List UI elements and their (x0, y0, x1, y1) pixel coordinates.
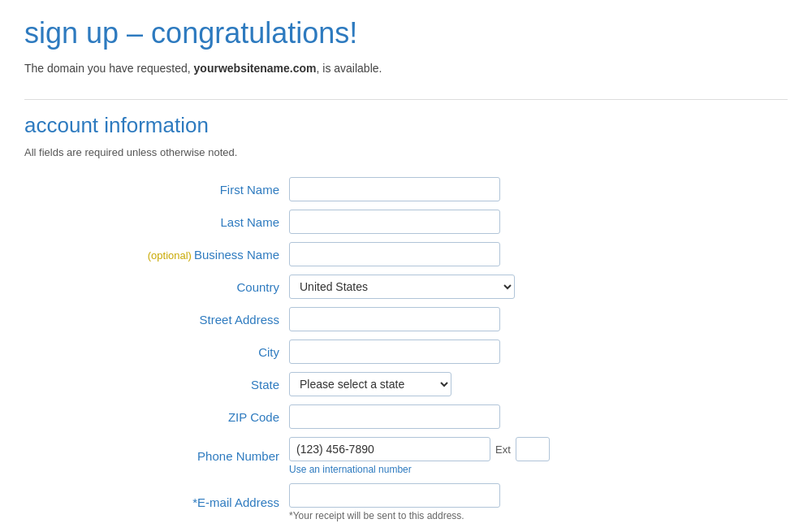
required-note: All fields are required unless otherwise… (24, 146, 788, 158)
last-name-input[interactable] (289, 210, 500, 234)
domain-message-suffix: , is available. (317, 62, 382, 75)
country-select[interactable]: United States Canada United Kingdom Aust… (289, 275, 515, 299)
ext-label: Ext (495, 443, 511, 456)
first-name-cell (284, 173, 788, 205)
state-row: State Please select a state Alabama Alas… (24, 368, 788, 400)
email-input[interactable] (289, 483, 500, 508)
domain-name: yourwebsitename.com (194, 62, 317, 75)
email-cell: *Your receipt will be sent to this addre… (284, 479, 788, 526)
street-address-row: Street Address (24, 303, 788, 335)
city-input[interactable] (289, 340, 500, 364)
zip-cell (284, 400, 788, 433)
city-row: City (24, 335, 788, 368)
street-address-label: Street Address (24, 303, 284, 335)
city-cell (284, 335, 788, 368)
ext-input[interactable] (516, 437, 550, 461)
business-name-input[interactable] (289, 242, 500, 266)
zip-label: ZIP Code (24, 400, 284, 433)
zip-row: ZIP Code (24, 400, 788, 433)
phone-label: Phone Number (24, 433, 284, 479)
receipt-note: *Your receipt will be sent to this addre… (289, 510, 783, 521)
state-select[interactable]: Please select a state Alabama Alaska Ari… (289, 372, 451, 396)
account-form: First Name Last Name (optional)Business … (24, 173, 788, 526)
phone-input-group: Ext (289, 437, 783, 461)
first-name-input[interactable] (289, 177, 500, 201)
page-title: sign up – congratulations! (24, 16, 788, 50)
section-title: account information (24, 113, 788, 138)
city-label: City (24, 335, 284, 368)
email-label: *E-mail Address (24, 479, 284, 526)
phone-cell: Ext Use an international number (284, 433, 788, 479)
email-row: *E-mail Address *Your receipt will be se… (24, 479, 788, 526)
street-address-input[interactable] (289, 307, 500, 331)
business-name-cell (284, 238, 788, 270)
business-name-row: (optional)Business Name (24, 238, 788, 270)
last-name-label: Last Name (24, 205, 284, 238)
phone-input[interactable] (289, 437, 490, 461)
country-cell: United States Canada United Kingdom Aust… (284, 270, 788, 303)
street-address-cell (284, 303, 788, 335)
first-name-label: First Name (24, 173, 284, 205)
country-label: Country (24, 270, 284, 303)
section-divider (24, 99, 788, 100)
zip-input[interactable] (289, 404, 500, 429)
business-name-label-text: Business Name (194, 248, 279, 262)
first-name-row: First Name (24, 173, 788, 205)
last-name-row: Last Name (24, 205, 788, 238)
business-name-label: (optional)Business Name (24, 238, 284, 270)
domain-message-prefix: The domain you have requested, (24, 62, 194, 75)
state-cell: Please select a state Alabama Alaska Ari… (284, 368, 788, 400)
last-name-cell (284, 205, 788, 238)
country-row: Country United States Canada United King… (24, 270, 788, 303)
phone-row: Phone Number Ext Use an international nu… (24, 433, 788, 479)
international-number-link[interactable]: Use an international number (289, 464, 783, 475)
state-label: State (24, 368, 284, 400)
domain-message: The domain you have requested, yourwebsi… (24, 62, 788, 75)
optional-label: (optional) (148, 249, 192, 262)
